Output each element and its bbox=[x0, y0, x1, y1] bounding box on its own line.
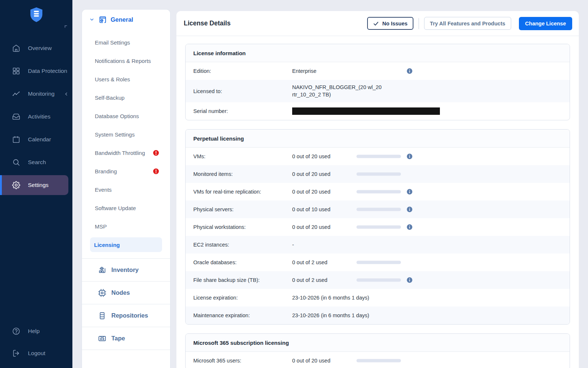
info-icon[interactable] bbox=[406, 153, 413, 160]
page-title: License Details bbox=[184, 20, 367, 27]
sidebar-item-help[interactable]: Help bbox=[0, 320, 68, 342]
change-license-button[interactable]: Change License bbox=[519, 17, 572, 30]
row-label: Physical workstations: bbox=[193, 224, 292, 230]
sidebar-item-label: Monitoring bbox=[28, 91, 54, 97]
info-icon[interactable] bbox=[406, 224, 413, 230]
collapse-sidebar-icon[interactable] bbox=[64, 24, 69, 30]
sidebar-item-logout[interactable]: Logout bbox=[0, 342, 68, 364]
license-information-card: License information Edition: Enterprise … bbox=[185, 44, 570, 120]
app-sidebar: Overview Data Protection Monitoring Acti… bbox=[0, 0, 72, 368]
nakivo-shield-logo-icon bbox=[28, 6, 45, 24]
settings-nav-item-self-backup[interactable]: Self-Backup bbox=[82, 88, 170, 107]
row-label: Monitored items: bbox=[193, 171, 292, 177]
license-information-rows: Edition: Enterprise Licensed to: NAKIVO_… bbox=[186, 62, 570, 120]
info-icon[interactable] bbox=[406, 68, 413, 74]
row-label: Maintenance expiration: bbox=[193, 312, 292, 318]
settings-nav-item-database-options[interactable]: Database Options bbox=[82, 107, 170, 125]
microsoft-365-rows: Microsoft 365 users: 0 out of 20 used bbox=[186, 352, 570, 368]
row-label: VMs: bbox=[193, 153, 292, 159]
settings-nav-item-label: Bandwidth Throttling bbox=[95, 150, 145, 156]
usage-bar bbox=[356, 173, 401, 176]
usage-bar bbox=[356, 261, 401, 264]
row-label: File share backup size (TB): bbox=[193, 277, 292, 283]
usage-bar bbox=[356, 359, 401, 362]
check-icon bbox=[373, 21, 379, 26]
section-title: License information bbox=[186, 44, 570, 62]
info-icon[interactable] bbox=[406, 277, 413, 283]
chevron-left-icon[interactable] bbox=[64, 91, 69, 97]
settings-nav-panel: General Email Settings Notifications & R… bbox=[82, 9, 171, 368]
license-row-vms-for-real-time-replication: VMs for real-time replication: 0 out of … bbox=[186, 183, 570, 201]
row-label: EC2 instances: bbox=[193, 242, 292, 248]
row-value: 23-10-2026 (in 6 months 1 days) bbox=[292, 312, 369, 318]
info-icon[interactable] bbox=[406, 206, 413, 213]
settings-nav-item-notifications-reports[interactable]: Notifications & Reports bbox=[82, 52, 170, 70]
license-row-oracle-databases: Oracle databases: 0 out of 2 used bbox=[186, 254, 570, 271]
inventory-icon bbox=[98, 266, 107, 275]
settings-section-repositories[interactable]: Repositories bbox=[82, 304, 170, 327]
sidebar-item-settings[interactable]: Settings bbox=[0, 175, 68, 195]
section-title: Microsoft 365 subscription licensing bbox=[186, 334, 570, 352]
sidebar-item-data-protection[interactable]: Data Protection bbox=[0, 60, 68, 82]
settings-nav-item-bandwidth-throttling[interactable]: Bandwidth Throttling bbox=[82, 144, 170, 162]
settings-nav-item-licensing[interactable]: Licensing bbox=[90, 237, 162, 252]
help-icon bbox=[12, 327, 20, 335]
repositories-icon bbox=[98, 311, 107, 320]
settings-nav-item-events[interactable]: Events bbox=[82, 180, 170, 199]
settings-nav-item-label: Events bbox=[95, 187, 112, 193]
grid-icon bbox=[12, 67, 20, 75]
settings-nav-item-label: Email Settings bbox=[95, 39, 130, 46]
settings-nav-item-msp[interactable]: MSP bbox=[82, 217, 170, 236]
section-title: Perpetual licensing bbox=[186, 130, 570, 148]
usage-bar bbox=[356, 155, 401, 158]
sidebar-item-label: Data Protection bbox=[28, 68, 67, 74]
settings-section-inventory[interactable]: Inventory bbox=[82, 258, 170, 281]
monitoring-icon bbox=[12, 90, 20, 98]
sidebar-item-label: Activities bbox=[28, 113, 50, 120]
settings-nav-item-users-roles[interactable]: Users & Roles bbox=[82, 70, 170, 88]
sidebar-item-monitoring[interactable]: Monitoring bbox=[0, 82, 68, 105]
sidebar-item-label: Calendar bbox=[28, 136, 51, 143]
settings-nav-item-label: System Settings bbox=[95, 131, 135, 138]
settings-nav-item-email-settings[interactable]: Email Settings bbox=[82, 33, 170, 52]
sidebar-item-calendar[interactable]: Calendar bbox=[0, 128, 68, 151]
perpetual-licensing-card: Perpetual licensing VMs: 0 out of 20 use… bbox=[185, 129, 570, 325]
row-label: Microsoft 365 users: bbox=[193, 358, 292, 364]
settings-group-general[interactable]: General bbox=[82, 10, 170, 29]
row-label: Physical servers: bbox=[193, 206, 292, 212]
sidebar-nav: Overview Data Protection Monitoring Acti… bbox=[0, 37, 72, 197]
license-row-file-share-backup-size-tb: File share backup size (TB): 0 out of 2 … bbox=[186, 271, 570, 289]
try-all-features-label: Try All Features and Products bbox=[430, 21, 505, 26]
settings-nav-item-system-settings[interactable]: System Settings bbox=[82, 125, 170, 144]
settings-group-items: Email Settings Notifications & Reports U… bbox=[82, 29, 170, 258]
row-value: - bbox=[292, 242, 294, 248]
info-icon[interactable] bbox=[406, 189, 413, 195]
row-label: VMs for real-time replication: bbox=[193, 189, 292, 195]
sidebar-item-label: Help bbox=[28, 328, 40, 335]
settings-nav-item-label: Branding bbox=[95, 168, 117, 174]
license-row-ec2-instances: EC2 instances: - bbox=[186, 236, 570, 254]
license-row-physical-workstations: Physical workstations: 0 out of 20 used bbox=[186, 218, 570, 236]
license-row-microsoft-365-users: Microsoft 365 users: 0 out of 20 used bbox=[186, 352, 570, 368]
settings-section-tape[interactable]: Tape bbox=[82, 327, 170, 350]
license-row-licensed-to: Licensed to: NAKIVO_NFR_BLOGGER_(20 wl_2… bbox=[186, 80, 570, 102]
license-row-maintenance-expiration: Maintenance expiration: 23-10-2026 (in 6… bbox=[186, 307, 570, 324]
sidebar-item-search[interactable]: Search bbox=[0, 151, 68, 174]
sidebar-item-overview[interactable]: Overview bbox=[0, 37, 68, 60]
settings-nav-item-label: Self-Backup bbox=[95, 95, 125, 101]
gear-icon bbox=[12, 181, 20, 189]
settings-nav-item-label: Notifications & Reports bbox=[95, 58, 151, 64]
settings-nav-item-software-update[interactable]: Software Update bbox=[82, 199, 170, 217]
settings-nav-item-branding[interactable]: Branding bbox=[82, 162, 170, 180]
sidebar-item-label: Logout bbox=[28, 350, 45, 357]
alert-icon bbox=[153, 168, 159, 174]
no-issues-button[interactable]: No Issues bbox=[367, 17, 413, 30]
try-all-features-button[interactable]: Try All Features and Products bbox=[424, 17, 511, 30]
sidebar-item-activities[interactable]: Activities bbox=[0, 105, 68, 128]
settings-section-nodes[interactable]: Nodes bbox=[82, 281, 170, 304]
sidebar-item-label: Settings bbox=[28, 182, 49, 188]
settings-nav-item-label: Software Update bbox=[95, 205, 136, 211]
microsoft-365-licensing-card: Microsoft 365 subscription licensing Mic… bbox=[185, 333, 570, 368]
license-row-edition: Edition: Enterprise bbox=[186, 62, 570, 80]
settings-section-label: Nodes bbox=[111, 289, 130, 296]
